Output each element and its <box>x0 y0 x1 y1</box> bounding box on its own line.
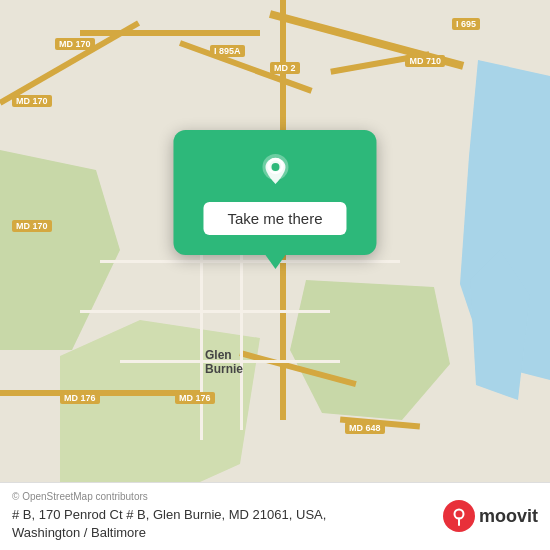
local-road-h2 <box>80 310 330 313</box>
svg-point-3 <box>454 510 463 519</box>
road-md170-top <box>80 30 260 36</box>
road-md176 <box>0 390 200 396</box>
label-md176-2: MD 176 <box>175 392 215 404</box>
location-popup: Take me there <box>173 130 376 255</box>
label-i695: I 695 <box>452 18 480 30</box>
label-md648: MD 648 <box>345 422 385 434</box>
bottom-info-bar: © OpenStreetMap contributors # B, 170 Pe… <box>0 482 550 550</box>
moovit-brand-name: moovit <box>479 506 538 527</box>
moovit-logo: moovit <box>443 500 538 532</box>
label-md170-3: MD 170 <box>12 220 52 232</box>
label-md170-1: MD 170 <box>12 95 52 107</box>
svg-point-2 <box>271 163 279 171</box>
address-display: # B, 170 Penrod Ct # B, Glen Burnie, MD … <box>12 506 431 542</box>
label-md2: MD 2 <box>270 62 300 74</box>
location-pin-icon <box>255 150 295 190</box>
map-area[interactable]: MD 170 MD 170 MD 170 I 695 I 895A MD 2 M… <box>0 0 550 482</box>
city-label-glen-burnie: GlenBurnie <box>205 348 243 376</box>
take-me-there-button[interactable]: Take me there <box>203 202 346 235</box>
map-attribution: © OpenStreetMap contributors <box>12 491 431 502</box>
local-road-v1 <box>200 240 203 440</box>
local-road-h1 <box>100 260 400 263</box>
label-md176-1: MD 176 <box>60 392 100 404</box>
label-i895a: I 895A <box>210 45 245 57</box>
bottom-left-info: © OpenStreetMap contributors # B, 170 Pe… <box>12 491 431 542</box>
moovit-icon <box>443 500 475 532</box>
label-md710: MD 710 <box>405 55 445 67</box>
label-md170-2: MD 170 <box>55 38 95 50</box>
moovit-pin-svg <box>448 505 470 527</box>
app-container: MD 170 MD 170 MD 170 I 695 I 895A MD 2 M… <box>0 0 550 550</box>
